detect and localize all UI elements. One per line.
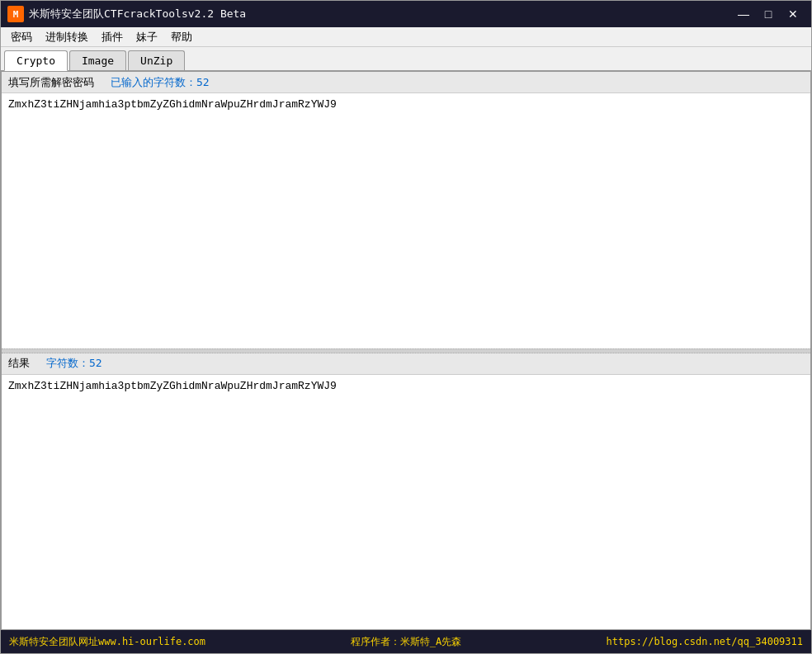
main-border: 填写所需解密密码 已输入的字符数：52 结果 字符数：52 xyxy=(1,71,811,630)
output-section: 结果 字符数：52 xyxy=(2,353,810,630)
tab-bar: Crypto Image UnZip xyxy=(1,47,811,71)
status-website: 米斯特安全团队网址www.hi-ourlife.com xyxy=(9,635,274,649)
menu-bar: 密码 进制转换 插件 妹子 帮助 xyxy=(1,27,811,47)
content-area: 填写所需解密密码 已输入的字符数：52 结果 字符数：52 xyxy=(1,71,811,630)
status-author: 程序作者：米斯特_A先森 xyxy=(274,635,539,649)
close-button[interactable]: ✕ xyxy=(781,4,805,24)
output-textarea-wrapper xyxy=(2,375,810,630)
input-char-count: 已输入的字符数：52 xyxy=(111,75,210,90)
input-label: 填写所需解密密码 xyxy=(8,75,94,90)
result-output[interactable] xyxy=(2,375,810,630)
window-controls: — □ ✕ xyxy=(732,4,805,24)
menu-item-plugin[interactable]: 插件 xyxy=(95,28,130,46)
minimize-button[interactable]: — xyxy=(732,4,755,24)
app-icon-label: M xyxy=(13,9,19,20)
app-icon: M xyxy=(7,6,24,22)
output-header: 结果 字符数：52 xyxy=(2,353,810,375)
maximize-button[interactable]: □ xyxy=(757,4,780,24)
input-header: 填写所需解密密码 已输入的字符数：52 xyxy=(2,72,810,93)
menu-item-password[interactable]: 密码 xyxy=(4,28,39,46)
status-bar: 米斯特安全团队网址www.hi-ourlife.com 程序作者：米斯特_A先森… xyxy=(1,630,811,653)
menu-item-base-conversion[interactable]: 进制转换 xyxy=(39,28,95,46)
menu-item-help[interactable]: 帮助 xyxy=(164,28,199,46)
input-textarea-wrapper xyxy=(2,93,810,348)
output-char-count: 字符数：52 xyxy=(46,356,102,371)
input-section: 填写所需解密密码 已输入的字符数：52 xyxy=(2,72,810,348)
status-link: https://blog.csdn.net/qq_34009311 xyxy=(538,636,803,647)
tab-crypto[interactable]: Crypto xyxy=(4,50,68,71)
tab-image[interactable]: Image xyxy=(69,50,126,70)
tab-unzip[interactable]: UnZip xyxy=(128,50,185,70)
window-title: 米斯特安全团队CTFcrackToolsv2.2 Beta xyxy=(29,7,732,21)
menu-item-girls[interactable]: 妹子 xyxy=(130,28,164,46)
main-window: M 米斯特安全团队CTFcrackToolsv2.2 Beta — □ ✕ 密码… xyxy=(0,0,812,654)
title-bar: M 米斯特安全团队CTFcrackToolsv2.2 Beta — □ ✕ xyxy=(1,1,811,27)
cipher-input[interactable] xyxy=(2,93,810,348)
output-label: 结果 xyxy=(8,356,30,371)
